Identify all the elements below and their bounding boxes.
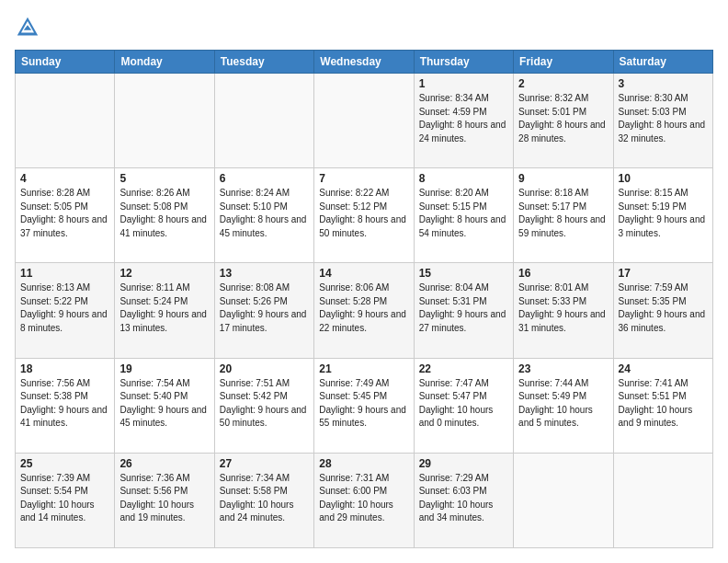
table-row: 10Sunrise: 8:15 AM Sunset: 5:19 PM Dayli…: [613, 168, 712, 263]
day-number: 10: [619, 172, 708, 185]
day-number: 5: [119, 172, 209, 185]
day-info: Sunrise: 8:04 AM Sunset: 5:31 PM Dayligh…: [419, 282, 508, 335]
logo: [15, 15, 44, 40]
col-saturday: Saturday: [613, 51, 712, 74]
day-info: Sunrise: 7:36 AM Sunset: 5:56 PM Dayligh…: [119, 472, 209, 525]
table-row: 3Sunrise: 8:30 AM Sunset: 5:03 PM Daylig…: [613, 74, 712, 168]
day-info: Sunrise: 7:47 AM Sunset: 5:47 PM Dayligh…: [419, 377, 508, 431]
day-number: 7: [319, 172, 408, 185]
table-row: [115, 74, 214, 168]
day-number: 16: [518, 267, 608, 280]
col-friday: Friday: [514, 51, 613, 74]
header: [15, 15, 713, 40]
day-number: 25: [20, 457, 109, 470]
table-row: 25Sunrise: 7:39 AM Sunset: 5:54 PM Dayli…: [16, 453, 115, 547]
table-row: 4Sunrise: 8:28 AM Sunset: 5:05 PM Daylig…: [16, 168, 115, 263]
col-sunday: Sunday: [16, 51, 115, 74]
table-row: 5Sunrise: 8:26 AM Sunset: 5:08 PM Daylig…: [115, 168, 214, 263]
table-row: 22Sunrise: 7:47 AM Sunset: 5:47 PM Dayli…: [414, 358, 513, 453]
day-number: 12: [119, 267, 209, 280]
logo-icon: [15, 15, 40, 40]
day-number: 6: [220, 172, 309, 185]
table-row: 16Sunrise: 8:01 AM Sunset: 5:33 PM Dayli…: [514, 263, 613, 358]
table-row: 8Sunrise: 8:20 AM Sunset: 5:15 PM Daylig…: [414, 168, 513, 263]
table-row: 6Sunrise: 8:24 AM Sunset: 5:10 PM Daylig…: [214, 168, 313, 263]
day-number: 15: [419, 267, 508, 280]
day-number: 18: [20, 362, 109, 375]
day-number: 3: [619, 77, 708, 90]
day-info: Sunrise: 8:08 AM Sunset: 5:26 PM Dayligh…: [220, 282, 309, 335]
table-row: 23Sunrise: 7:44 AM Sunset: 5:49 PM Dayli…: [514, 358, 613, 453]
page: Sunday Monday Tuesday Wednesday Thursday…: [0, 0, 728, 563]
day-info: Sunrise: 7:41 AM Sunset: 5:51 PM Dayligh…: [619, 377, 708, 431]
day-number: 29: [419, 457, 508, 470]
day-info: Sunrise: 8:24 AM Sunset: 5:10 PM Dayligh…: [220, 187, 309, 240]
day-info: Sunrise: 8:01 AM Sunset: 5:33 PM Dayligh…: [518, 282, 608, 335]
day-info: Sunrise: 8:06 AM Sunset: 5:28 PM Dayligh…: [319, 282, 408, 335]
day-number: 11: [20, 267, 109, 280]
table-row: 21Sunrise: 7:49 AM Sunset: 5:45 PM Dayli…: [314, 358, 414, 453]
calendar-week-row: 11Sunrise: 8:13 AM Sunset: 5:22 PM Dayli…: [16, 263, 713, 358]
table-row: 7Sunrise: 8:22 AM Sunset: 5:12 PM Daylig…: [314, 168, 414, 263]
table-row: 29Sunrise: 7:29 AM Sunset: 6:03 PM Dayli…: [414, 453, 513, 547]
day-info: Sunrise: 7:49 AM Sunset: 5:45 PM Dayligh…: [319, 377, 408, 431]
calendar-week-row: 1Sunrise: 8:34 AM Sunset: 4:59 PM Daylig…: [16, 74, 713, 168]
day-number: 2: [518, 77, 608, 90]
calendar-week-row: 4Sunrise: 8:28 AM Sunset: 5:05 PM Daylig…: [16, 168, 713, 263]
day-info: Sunrise: 8:32 AM Sunset: 5:01 PM Dayligh…: [518, 92, 608, 145]
table-row: [214, 74, 313, 168]
day-number: 9: [518, 172, 608, 185]
day-info: Sunrise: 8:18 AM Sunset: 5:17 PM Dayligh…: [518, 187, 608, 240]
day-info: Sunrise: 7:54 AM Sunset: 5:40 PM Dayligh…: [119, 377, 209, 431]
day-info: Sunrise: 8:34 AM Sunset: 4:59 PM Dayligh…: [419, 92, 508, 145]
table-row: 1Sunrise: 8:34 AM Sunset: 4:59 PM Daylig…: [414, 74, 513, 168]
day-info: Sunrise: 7:44 AM Sunset: 5:49 PM Dayligh…: [518, 377, 608, 431]
day-number: 28: [319, 457, 408, 470]
day-number: 23: [518, 362, 608, 375]
day-info: Sunrise: 7:39 AM Sunset: 5:54 PM Dayligh…: [20, 472, 109, 525]
day-number: 4: [20, 172, 109, 185]
table-row: 14Sunrise: 8:06 AM Sunset: 5:28 PM Dayli…: [314, 263, 414, 358]
table-row: [514, 453, 613, 547]
table-row: [314, 74, 414, 168]
day-number: 19: [119, 362, 209, 375]
table-row: 15Sunrise: 8:04 AM Sunset: 5:31 PM Dayli…: [414, 263, 513, 358]
table-row: 27Sunrise: 7:34 AM Sunset: 5:58 PM Dayli…: [214, 453, 313, 547]
table-row: 17Sunrise: 7:59 AM Sunset: 5:35 PM Dayli…: [613, 263, 712, 358]
day-info: Sunrise: 7:31 AM Sunset: 6:00 PM Dayligh…: [319, 472, 408, 525]
day-number: 20: [220, 362, 309, 375]
table-row: 13Sunrise: 8:08 AM Sunset: 5:26 PM Dayli…: [214, 263, 313, 358]
day-info: Sunrise: 8:28 AM Sunset: 5:05 PM Dayligh…: [20, 187, 109, 240]
day-info: Sunrise: 8:13 AM Sunset: 5:22 PM Dayligh…: [20, 282, 109, 335]
table-row: 2Sunrise: 8:32 AM Sunset: 5:01 PM Daylig…: [514, 74, 613, 168]
day-info: Sunrise: 7:59 AM Sunset: 5:35 PM Dayligh…: [619, 282, 708, 335]
col-tuesday: Tuesday: [214, 51, 313, 74]
day-number: 13: [220, 267, 309, 280]
day-number: 26: [119, 457, 209, 470]
table-row: 28Sunrise: 7:31 AM Sunset: 6:00 PM Dayli…: [314, 453, 414, 547]
col-wednesday: Wednesday: [314, 51, 414, 74]
table-row: [16, 74, 115, 168]
day-number: 14: [319, 267, 408, 280]
table-row: 9Sunrise: 8:18 AM Sunset: 5:17 PM Daylig…: [514, 168, 613, 263]
day-number: 22: [419, 362, 508, 375]
day-info: Sunrise: 8:22 AM Sunset: 5:12 PM Dayligh…: [319, 187, 408, 240]
table-row: 20Sunrise: 7:51 AM Sunset: 5:42 PM Dayli…: [214, 358, 313, 453]
col-thursday: Thursday: [414, 51, 513, 74]
day-info: Sunrise: 8:30 AM Sunset: 5:03 PM Dayligh…: [619, 92, 708, 145]
table-row: 19Sunrise: 7:54 AM Sunset: 5:40 PM Dayli…: [115, 358, 214, 453]
day-info: Sunrise: 7:29 AM Sunset: 6:03 PM Dayligh…: [419, 472, 508, 525]
day-info: Sunrise: 8:11 AM Sunset: 5:24 PM Dayligh…: [119, 282, 209, 335]
day-number: 1: [419, 77, 508, 90]
day-info: Sunrise: 7:51 AM Sunset: 5:42 PM Dayligh…: [220, 377, 309, 431]
table-row: 24Sunrise: 7:41 AM Sunset: 5:51 PM Dayli…: [613, 358, 712, 453]
day-info: Sunrise: 7:56 AM Sunset: 5:38 PM Dayligh…: [20, 377, 109, 431]
day-number: 17: [619, 267, 708, 280]
day-info: Sunrise: 7:34 AM Sunset: 5:58 PM Dayligh…: [220, 472, 309, 525]
table-row: [613, 453, 712, 547]
calendar-week-row: 25Sunrise: 7:39 AM Sunset: 5:54 PM Dayli…: [16, 453, 713, 547]
day-info: Sunrise: 8:15 AM Sunset: 5:19 PM Dayligh…: [619, 187, 708, 240]
day-info: Sunrise: 8:26 AM Sunset: 5:08 PM Dayligh…: [119, 187, 209, 240]
day-number: 24: [619, 362, 708, 375]
table-row: 12Sunrise: 8:11 AM Sunset: 5:24 PM Dayli…: [115, 263, 214, 358]
